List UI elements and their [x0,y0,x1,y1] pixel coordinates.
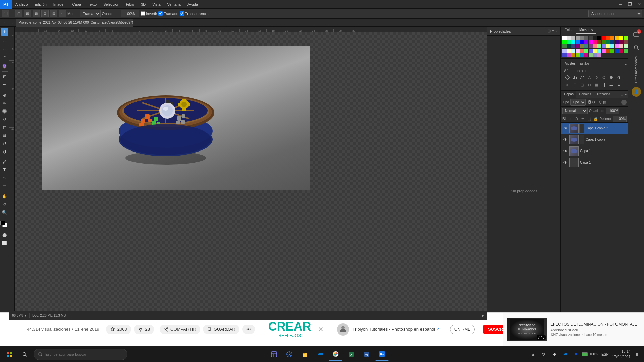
menu-archivo[interactable]: Archivo [12,0,31,8]
lock-all-icon[interactable]: 🔒 [593,116,598,122]
color-swatch[interactable] [593,53,597,57]
taskbar-search-input[interactable] [45,352,123,356]
adj-vibrance-icon[interactable]: ◊ [593,74,600,81]
tool-eraser[interactable]: ◻ [1,124,8,131]
tool-quick-mask[interactable]: ⬤ [1,231,8,239]
next-video-thumbnail[interactable]: EFECTOS DE ILUMINACIÓN FOTOMONTAJE 7:45 [507,318,547,341]
adj-colorlookup-icon[interactable]: ⬚ [579,81,585,88]
menu-ventana[interactable]: Ventana [164,0,184,8]
lock-position-icon[interactable]: ✛ [580,116,585,122]
tool-dodge[interactable]: ◑ [1,148,8,155]
user-avatar[interactable]: 👤 [632,87,641,97]
adj-exposure-icon[interactable]: △ [586,74,593,81]
taskbar-app-excel[interactable]: X [344,348,358,361]
like-button[interactable]: 2068 [106,325,131,334]
menu-seleccion[interactable]: Selección [100,0,123,8]
adj-hsl-icon[interactable]: ⬡ [601,74,607,81]
menu-edicion[interactable]: Edición [31,0,50,8]
color-swatch[interactable] [602,40,606,44]
menu-imagen[interactable]: Imagen [50,0,69,8]
color-swatch[interactable] [619,44,623,48]
layers-tab[interactable]: Capas [561,90,576,98]
canvas-container[interactable] [15,32,487,311]
share-button[interactable]: COMPARTIR [160,325,200,334]
fill-value[interactable] [613,116,627,122]
lock-pixels-icon[interactable]: ⬡ [574,116,579,122]
search-taskbar-icon[interactable] [19,348,31,360]
color-tab[interactable]: Color [561,27,576,34]
invert-checkbox[interactable] [141,11,145,16]
color-swatch[interactable] [615,40,619,44]
filter-icon-5[interactable]: ▤ [603,100,606,104]
tool-shape[interactable]: ▭ [1,182,8,190]
save-button[interactable]: GUARDAR [203,325,239,334]
color-swatch[interactable] [593,44,597,48]
color-swatch[interactable] [619,49,623,53]
color-swatch[interactable] [567,36,571,40]
color-swatch[interactable] [571,40,575,44]
color-swatch[interactable] [576,40,580,44]
more-button[interactable]: ••• [242,325,255,334]
color-swatch[interactable] [576,53,580,57]
color-swatch[interactable] [571,36,575,40]
color-swatch[interactable] [610,40,614,44]
tool-heal[interactable]: ⊕ [1,92,8,99]
lock-artboards-icon[interactable]: ⬚ [587,116,592,122]
props-menu-icon[interactable]: ≡ [552,29,554,33]
menu-filtro[interactable]: Filtro [123,0,138,8]
language-indicator[interactable]: ESP [599,351,611,358]
color-swatch[interactable] [606,40,610,44]
color-swatch[interactable] [593,49,597,53]
adj-invert-icon[interactable]: ◻ [586,81,593,88]
nav-next-button[interactable]: › [8,19,16,27]
taskbar-app-photoshop[interactable]: Ps [375,348,389,361]
show-desktop-icon[interactable]: ▮ [632,350,641,359]
volume-icon[interactable] [550,350,559,359]
tool-brush[interactable]: ✏ [1,100,8,107]
adjustments-tab[interactable]: Ajustes [562,60,578,67]
layer-row[interactable]: 👁 Capa 1 copia 2 [561,123,628,134]
adj-photofilter-icon[interactable]: ⌾ [564,81,571,88]
tool-history-brush[interactable]: ↺ [1,116,8,123]
system-time[interactable]: 18:14 17/04/2021 [612,349,631,359]
props-expand-icon[interactable]: ⊞ [548,29,551,33]
tool-type[interactable]: T [1,166,8,174]
taskbar-app-explorer[interactable] [267,348,281,361]
color-swatch[interactable] [562,44,567,48]
color-swatch[interactable] [576,49,580,53]
join-button[interactable]: UNIRME [450,325,475,334]
color-swatch[interactable] [610,36,614,40]
color-swatch[interactable] [593,40,597,44]
color-swatch[interactable] [597,53,601,57]
adj-threshold-icon[interactable]: ▐ [601,81,607,88]
color-swatch[interactable] [602,44,606,48]
adj-gradmap-icon[interactable]: ▬ [608,81,615,88]
opacity-value[interactable] [606,108,619,114]
color-swatch[interactable] [562,40,567,44]
color-swatch[interactable] [593,36,597,40]
paths-tab[interactable]: Trazados [594,90,613,98]
mode-exclude-icon[interactable]: ⊡ [50,10,57,17]
transform-icon[interactable]: ↔ [59,10,66,17]
layer-row[interactable]: 👁 Capa 1 [561,145,628,157]
menu-capa[interactable]: Capa [69,0,84,8]
search-icon[interactable] [630,42,642,54]
color-swatch[interactable] [610,44,614,48]
tool-hand[interactable]: ✋ [1,193,8,200]
adj-posterize-icon[interactable]: ▦ [593,81,600,88]
color-swatch[interactable] [567,44,571,48]
tool-artboard[interactable]: ⬚ [1,36,8,44]
menu-vista[interactable]: Vista [149,0,164,8]
taskbar-search-bar[interactable] [34,349,127,360]
color-swatch[interactable] [589,49,593,53]
taskbar-app-word[interactable]: W [360,348,373,361]
trama-checkbox[interactable] [158,11,163,16]
color-swatch[interactable] [562,36,567,40]
color-swatch[interactable] [580,53,584,57]
play-btn[interactable]: ▶ [482,314,484,317]
adj-menu-icon[interactable]: ≡ [625,62,627,66]
minimize-button[interactable]: ─ [616,0,625,9]
color-swatches[interactable] [0,221,9,229]
color-swatch[interactable] [615,49,619,53]
file-tab[interactable]: Projecte_conte_2021-Apr-03_06-28-11PM-00… [16,19,133,27]
